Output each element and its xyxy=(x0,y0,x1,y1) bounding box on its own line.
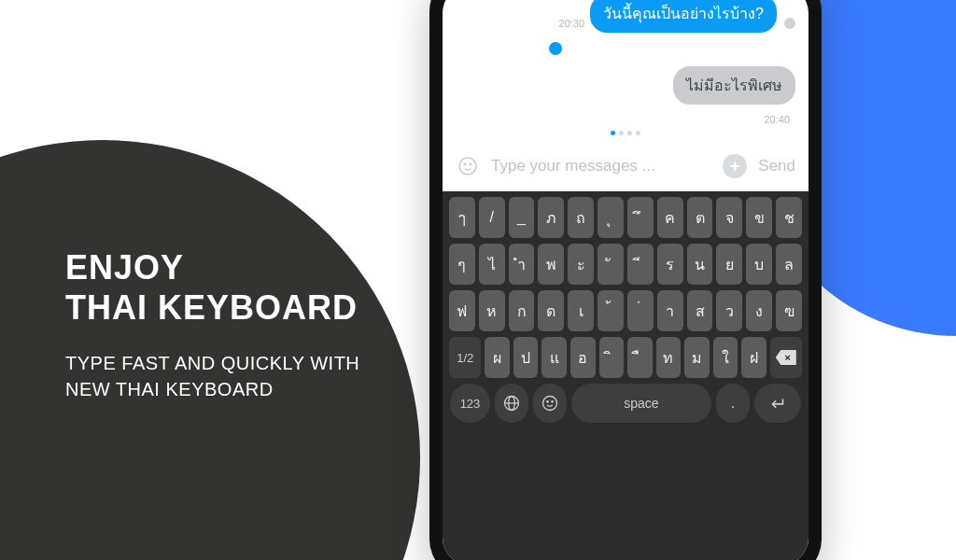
keyboard-key[interactable]: ก xyxy=(509,290,535,331)
svg-point-1 xyxy=(464,163,465,164)
typing-indicator-dot xyxy=(549,42,562,55)
keyboard-key[interactable]: ง xyxy=(746,290,772,331)
svg-point-2 xyxy=(470,163,471,164)
keyboard-key[interactable]: ำ xyxy=(509,244,535,285)
keyboard-key[interactable]: ต xyxy=(687,197,713,238)
emoji-key[interactable] xyxy=(533,384,567,423)
svg-point-8 xyxy=(552,401,553,402)
globe-key[interactable] xyxy=(495,384,528,423)
keyboard-key[interactable]: จ xyxy=(716,197,742,238)
keyboard-key[interactable]: ึ xyxy=(627,197,654,238)
phone-mockup: 20:30 วันนี้คุณเป็นอย่างไรบ้าง? ไม่มีอะไ… xyxy=(429,0,822,560)
numeric-switch-key[interactable]: 123 xyxy=(450,384,490,423)
keyboard-key[interactable]: ค xyxy=(657,197,683,238)
keyboard-key[interactable]: บ xyxy=(746,244,772,285)
keyboard-key[interactable]: ว xyxy=(716,290,742,331)
headline-title: ENJOY THAI KEYBOARD xyxy=(65,247,359,328)
headline-sub-l1: TYPE FAST AND QUICKLY WITH xyxy=(65,353,359,373)
keyboard-key[interactable]: ภ xyxy=(538,197,564,238)
headline-title-l2: THAI KEYBOARD xyxy=(65,288,358,327)
keyboard-key[interactable]: ล xyxy=(776,244,802,285)
headline-sub-l2: NEW THAI KEYBOARD xyxy=(65,379,274,399)
keyboard-row-5: 123 space . xyxy=(446,384,805,423)
attach-button[interactable]: + xyxy=(723,154,747,178)
keyboard-row-1: ๅ/_ภถุึคตจขช xyxy=(446,197,805,238)
keyboard-key[interactable]: ื xyxy=(627,337,653,378)
headline-block: ENJOY THAI KEYBOARD TYPE FAST AND QUICKL… xyxy=(65,247,359,402)
keyboard-switch-key[interactable]: 1/2 xyxy=(449,337,481,378)
message-row-outgoing: 20:30 วันนี้คุณเป็นอย่างไรบ้าง? xyxy=(456,0,795,33)
page-indicator xyxy=(456,131,795,135)
enter-icon xyxy=(767,393,788,413)
thai-keyboard: ๅ/_ภถุึคตจขช ๆไำพะัีรนยบล ฟหกดเ้่าสวงฃ 1… xyxy=(443,191,808,560)
keyboard-key[interactable]: ้ xyxy=(598,290,624,331)
keyboard-key[interactable]: / xyxy=(479,197,505,238)
keyboard-key[interactable]: ฃ xyxy=(776,290,802,331)
enter-key[interactable] xyxy=(754,384,801,423)
chat-area: 20:30 วันนี้คุณเป็นอย่างไรบ้าง? ไม่มีอะไ… xyxy=(443,0,808,147)
keyboard-key[interactable]: ถ xyxy=(568,197,594,238)
keyboard-key[interactable]: อ xyxy=(570,337,596,378)
keyboard-key[interactable]: ฝ xyxy=(741,337,766,378)
keyboard-key[interactable]: ด xyxy=(538,290,564,331)
backspace-icon: × xyxy=(776,350,796,365)
keyboard-key[interactable]: _ xyxy=(509,197,535,238)
keyboard-row-4: 1/2 ผ ป แ อ ิ ื ท ม ใ ฝ × xyxy=(446,337,805,378)
keyboard-key[interactable]: ห xyxy=(479,290,505,331)
keyboard-key[interactable]: ๆ xyxy=(449,244,475,285)
keyboard-key[interactable]: ป xyxy=(513,337,539,378)
message-time: 20:30 xyxy=(559,18,585,29)
message-row-incoming: ไม่มีอะไรพิเศษ xyxy=(456,66,795,105)
keyboard-key[interactable]: ั xyxy=(598,244,624,285)
headline-subtitle: TYPE FAST AND QUICKLY WITH NEW THAI KEYB… xyxy=(65,350,359,402)
globe-icon xyxy=(502,394,521,413)
keyboard-key[interactable]: ี xyxy=(627,244,654,285)
smile-icon xyxy=(457,155,479,177)
message-bubble-incoming: ไม่มีอะไรพิเศษ xyxy=(673,66,795,105)
space-key[interactable]: space xyxy=(571,384,711,423)
keyboard-key[interactable]: ผ xyxy=(485,337,510,378)
keyboard-key[interactable]: น xyxy=(687,244,713,285)
svg-point-7 xyxy=(547,401,548,402)
keyboard-key[interactable]: ช xyxy=(776,197,802,238)
keyboard-key[interactable]: พ xyxy=(538,244,564,285)
keyboard-key[interactable]: ท xyxy=(656,337,682,378)
message-input-bar: Type your messages ... + Send xyxy=(443,147,808,191)
emoji-button[interactable] xyxy=(456,154,480,178)
keyboard-key[interactable]: ุ xyxy=(598,197,624,238)
keyboard-key[interactable]: ร xyxy=(657,244,683,285)
svg-point-0 xyxy=(459,158,476,175)
svg-point-6 xyxy=(542,397,556,411)
keyboard-key[interactable]: า xyxy=(657,290,683,331)
keyboard-key[interactable]: ม xyxy=(684,337,710,378)
keyboard-key[interactable]: ไ xyxy=(479,244,505,285)
keyboard-key[interactable]: ะ xyxy=(568,244,594,285)
keyboard-key[interactable]: ฟ xyxy=(449,290,475,331)
keyboard-key[interactable]: ส xyxy=(687,290,713,331)
keyboard-key[interactable]: แ xyxy=(541,337,567,378)
keyboard-row-3: ฟหกดเ้่าสวงฃ xyxy=(446,290,805,331)
keyboard-row-2: ๆไำพะัีรนยบล xyxy=(446,244,805,285)
message-bubble-outgoing: วันนี้คุณเป็นอย่างไรบ้าง? xyxy=(590,0,777,33)
keyboard-key[interactable]: ใ xyxy=(713,337,738,378)
keyboard-key[interactable]: ่ xyxy=(627,290,654,331)
message-input-placeholder[interactable]: Type your messages ... xyxy=(491,157,711,175)
smile-icon xyxy=(541,394,559,413)
send-button[interactable]: Send xyxy=(758,157,795,175)
keyboard-key[interactable]: ิ xyxy=(599,337,625,378)
avatar-dot xyxy=(784,18,795,29)
keyboard-key[interactable]: ย xyxy=(716,244,742,285)
keyboard-key[interactable]: ข xyxy=(746,197,772,238)
period-key[interactable]: . xyxy=(716,384,750,423)
headline-title-l1: ENJOY xyxy=(65,248,184,287)
backspace-key[interactable]: × xyxy=(770,337,802,378)
message-time: 20:40 xyxy=(764,114,790,125)
keyboard-key[interactable]: ๅ xyxy=(449,197,475,238)
phone-screen: 20:30 วันนี้คุณเป็นอย่างไรบ้าง? ไม่มีอะไ… xyxy=(443,0,808,560)
keyboard-key[interactable]: เ xyxy=(568,290,594,331)
